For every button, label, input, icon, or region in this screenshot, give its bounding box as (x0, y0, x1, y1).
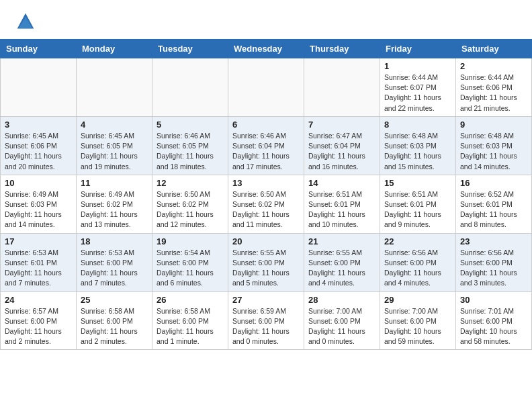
day-number: 10 (5, 178, 72, 188)
day-number: 5 (157, 120, 224, 130)
calendar-cell: 13Sunrise: 6:50 AMSunset: 6:02 PMDayligh… (228, 175, 304, 233)
day-number: 27 (232, 295, 300, 305)
day-info: Sunrise: 6:49 AMSunset: 6:03 PMDaylight:… (5, 189, 72, 230)
day-info: Sunrise: 6:55 AMSunset: 6:00 PMDaylight:… (308, 248, 375, 289)
day-info: Sunrise: 6:54 AMSunset: 6:00 PMDaylight:… (157, 248, 224, 289)
day-number: 14 (308, 178, 375, 188)
calendar-cell: 19Sunrise: 6:54 AMSunset: 6:00 PMDayligh… (152, 233, 228, 291)
logo-icon (16, 12, 35, 31)
day-info: Sunrise: 6:50 AMSunset: 6:02 PMDaylight:… (232, 189, 300, 230)
weekday-header-sunday: Sunday (1, 40, 77, 58)
day-info: Sunrise: 6:56 AMSunset: 6:00 PMDaylight:… (384, 248, 451, 289)
page-header (0, 0, 532, 39)
weekday-header-tuesday: Tuesday (152, 40, 228, 58)
day-info: Sunrise: 6:55 AMSunset: 6:00 PMDaylight:… (232, 248, 300, 289)
day-info: Sunrise: 6:44 AMSunset: 6:06 PMDaylight:… (460, 73, 527, 113)
day-info: Sunrise: 6:59 AMSunset: 6:00 PMDaylight:… (232, 306, 300, 347)
day-number: 9 (460, 120, 527, 130)
calendar-cell (304, 58, 380, 117)
day-number: 21 (308, 236, 375, 246)
calendar-cell: 26Sunrise: 6:58 AMSunset: 6:00 PMDayligh… (152, 291, 228, 350)
calendar-cell: 1Sunrise: 6:44 AMSunset: 6:07 PMDaylight… (380, 58, 456, 117)
calendar-week-row: 1Sunrise: 6:44 AMSunset: 6:07 PMDaylight… (1, 58, 532, 117)
day-number: 4 (81, 120, 148, 130)
day-info: Sunrise: 7:01 AMSunset: 6:00 PMDaylight:… (460, 306, 527, 347)
calendar-cell: 2Sunrise: 6:44 AMSunset: 6:06 PMDaylight… (456, 58, 532, 117)
calendar-week-row: 17Sunrise: 6:53 AMSunset: 6:01 PMDayligh… (1, 233, 532, 291)
weekday-header-friday: Friday (380, 40, 456, 58)
day-info: Sunrise: 6:48 AMSunset: 6:03 PMDaylight:… (460, 131, 527, 172)
calendar-cell: 6Sunrise: 6:46 AMSunset: 6:04 PMDaylight… (228, 116, 304, 175)
day-info: Sunrise: 6:53 AMSunset: 6:01 PMDaylight:… (5, 248, 72, 289)
calendar-cell: 24Sunrise: 6:57 AMSunset: 6:00 PMDayligh… (1, 291, 77, 350)
calendar-cell: 28Sunrise: 7:00 AMSunset: 6:00 PMDayligh… (304, 291, 380, 350)
calendar-cell: 29Sunrise: 7:00 AMSunset: 6:00 PMDayligh… (380, 291, 456, 350)
day-info: Sunrise: 6:49 AMSunset: 6:02 PMDaylight:… (81, 189, 148, 230)
day-number: 23 (460, 236, 527, 246)
day-number: 11 (81, 178, 148, 188)
day-info: Sunrise: 6:45 AMSunset: 6:05 PMDaylight:… (81, 131, 148, 172)
calendar-cell (77, 58, 152, 117)
day-info: Sunrise: 6:56 AMSunset: 6:00 PMDaylight:… (460, 248, 527, 289)
day-info: Sunrise: 6:46 AMSunset: 6:05 PMDaylight:… (157, 131, 224, 172)
calendar-week-row: 24Sunrise: 6:57 AMSunset: 6:00 PMDayligh… (1, 291, 532, 350)
weekday-header-row: SundayMondayTuesdayWednesdayThursdayFrid… (1, 40, 532, 58)
day-number: 8 (384, 120, 451, 130)
day-number: 15 (384, 178, 451, 188)
day-number: 30 (460, 295, 527, 305)
day-number: 6 (232, 120, 300, 130)
day-info: Sunrise: 7:00 AMSunset: 6:00 PMDaylight:… (308, 306, 375, 347)
day-number: 28 (308, 295, 375, 305)
calendar-cell: 27Sunrise: 6:59 AMSunset: 6:00 PMDayligh… (228, 291, 304, 350)
day-info: Sunrise: 6:50 AMSunset: 6:02 PMDaylight:… (157, 189, 224, 230)
weekday-header-saturday: Saturday (456, 40, 532, 58)
calendar-cell: 20Sunrise: 6:55 AMSunset: 6:00 PMDayligh… (228, 233, 304, 291)
calendar-cell (152, 58, 228, 117)
calendar-cell: 21Sunrise: 6:55 AMSunset: 6:00 PMDayligh… (304, 233, 380, 291)
calendar-cell: 30Sunrise: 7:01 AMSunset: 6:00 PMDayligh… (456, 291, 532, 350)
calendar-cell: 10Sunrise: 6:49 AMSunset: 6:03 PMDayligh… (1, 175, 77, 233)
day-info: Sunrise: 6:53 AMSunset: 6:00 PMDaylight:… (81, 248, 148, 289)
calendar-cell: 17Sunrise: 6:53 AMSunset: 6:01 PMDayligh… (1, 233, 77, 291)
calendar-cell: 3Sunrise: 6:45 AMSunset: 6:06 PMDaylight… (1, 116, 77, 175)
calendar-cell: 23Sunrise: 6:56 AMSunset: 6:00 PMDayligh… (456, 233, 532, 291)
calendar-table: SundayMondayTuesdayWednesdayThursdayFrid… (0, 39, 532, 350)
calendar-cell: 16Sunrise: 6:52 AMSunset: 6:01 PMDayligh… (456, 175, 532, 233)
calendar-cell: 8Sunrise: 6:48 AMSunset: 6:03 PMDaylight… (380, 116, 456, 175)
day-number: 20 (232, 236, 300, 246)
day-number: 3 (5, 120, 72, 130)
day-number: 17 (5, 236, 72, 246)
calendar-cell: 11Sunrise: 6:49 AMSunset: 6:02 PMDayligh… (77, 175, 152, 233)
calendar-week-row: 3Sunrise: 6:45 AMSunset: 6:06 PMDaylight… (1, 116, 532, 175)
day-info: Sunrise: 6:44 AMSunset: 6:07 PMDaylight:… (384, 73, 451, 113)
calendar-cell: 7Sunrise: 6:47 AMSunset: 6:04 PMDaylight… (304, 116, 380, 175)
weekday-header-monday: Monday (77, 40, 152, 58)
day-info: Sunrise: 6:48 AMSunset: 6:03 PMDaylight:… (384, 131, 451, 172)
day-info: Sunrise: 6:58 AMSunset: 6:00 PMDaylight:… (81, 306, 148, 347)
day-info: Sunrise: 6:58 AMSunset: 6:00 PMDaylight:… (157, 306, 224, 347)
day-info: Sunrise: 6:45 AMSunset: 6:06 PMDaylight:… (5, 131, 72, 172)
day-number: 12 (157, 178, 224, 188)
day-number: 18 (81, 236, 148, 246)
day-info: Sunrise: 6:57 AMSunset: 6:00 PMDaylight:… (5, 306, 72, 347)
calendar-cell (1, 58, 77, 117)
logo-container (16, 12, 36, 32)
calendar-cell: 4Sunrise: 6:45 AMSunset: 6:05 PMDaylight… (77, 116, 152, 175)
day-number: 24 (5, 295, 72, 305)
calendar-cell: 22Sunrise: 6:56 AMSunset: 6:00 PMDayligh… (380, 233, 456, 291)
day-info: Sunrise: 6:51 AMSunset: 6:01 PMDaylight:… (384, 189, 451, 230)
day-number: 22 (384, 236, 451, 246)
calendar-cell: 25Sunrise: 6:58 AMSunset: 6:00 PMDayligh… (77, 291, 152, 350)
day-info: Sunrise: 6:52 AMSunset: 6:01 PMDaylight:… (460, 189, 527, 230)
day-info: Sunrise: 6:47 AMSunset: 6:04 PMDaylight:… (308, 131, 375, 172)
calendar-cell: 12Sunrise: 6:50 AMSunset: 6:02 PMDayligh… (152, 175, 228, 233)
calendar-cell: 18Sunrise: 6:53 AMSunset: 6:00 PMDayligh… (77, 233, 152, 291)
day-info: Sunrise: 6:51 AMSunset: 6:01 PMDaylight:… (308, 189, 375, 230)
day-number: 16 (460, 178, 527, 188)
day-info: Sunrise: 7:00 AMSunset: 6:00 PMDaylight:… (384, 306, 451, 347)
day-number: 1 (384, 61, 451, 71)
day-number: 13 (232, 178, 300, 188)
logo (16, 12, 36, 32)
weekday-header-wednesday: Wednesday (228, 40, 304, 58)
calendar-cell: 9Sunrise: 6:48 AMSunset: 6:03 PMDaylight… (456, 116, 532, 175)
